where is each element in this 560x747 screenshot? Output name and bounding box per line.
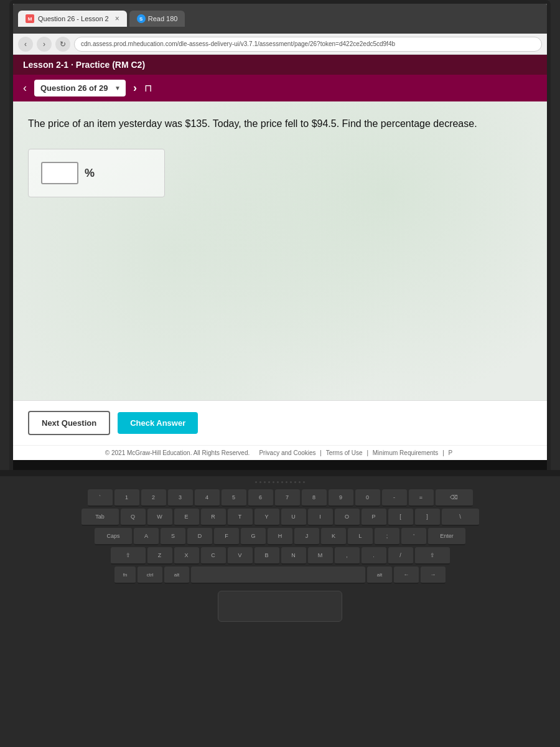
read180-favicon: S <box>137 14 146 23</box>
address-bar[interactable]: cdn.assess.prod.mheducation.com/dle-asse… <box>74 37 542 52</box>
answer-area: % <box>28 149 165 197</box>
question-body: The price of an item yesterday was $135.… <box>13 101 547 400</box>
key-b[interactable]: B <box>254 547 279 565</box>
laptop-body: ` 1 2 3 4 5 6 7 8 9 0 - = ⌫ Tab Q W E <box>0 476 560 651</box>
key-comma[interactable]: , <box>335 547 360 565</box>
key-backspace[interactable]: ⌫ <box>436 489 473 507</box>
question-dropdown-wrapper: Question 26 of 29 ▼ <box>34 80 126 96</box>
key-rbracket[interactable]: ] <box>415 509 440 526</box>
speaker-dot <box>277 481 279 483</box>
key-x[interactable]: X <box>174 547 199 565</box>
key-q[interactable]: Q <box>121 509 146 526</box>
key-c[interactable]: C <box>201 547 226 565</box>
key-9[interactable]: 9 <box>329 489 353 507</box>
address-bar-row: ‹ › ↻ cdn.assess.prod.mheducation.com/dl… <box>13 34 547 55</box>
lesson-header: Lesson 2-1 · Practice (RM C2) <box>13 55 547 75</box>
forward-nav-button[interactable]: › <box>37 37 52 52</box>
key-6[interactable]: 6 <box>248 489 273 507</box>
key-7[interactable]: 7 <box>275 489 300 507</box>
key-d[interactable]: D <box>187 528 212 545</box>
key-equals[interactable]: = <box>409 489 434 507</box>
key-alt[interactable]: alt <box>164 566 189 584</box>
key-alt-r[interactable]: alt <box>367 566 392 584</box>
speaker-dot <box>268 481 270 483</box>
trackpad[interactable] <box>218 591 342 622</box>
key-g[interactable]: G <box>241 528 266 545</box>
tab-close-button[interactable]: × <box>115 14 119 23</box>
key-v[interactable]: V <box>228 547 253 565</box>
key-m[interactable]: M <box>308 547 333 565</box>
speaker-dot <box>290 481 292 483</box>
key-j[interactable]: J <box>294 528 319 545</box>
speaker-dot <box>303 481 305 483</box>
screen-bottom-bezel <box>9 460 551 470</box>
key-y[interactable]: Y <box>254 509 279 526</box>
key-rshift[interactable]: ⇧ <box>415 547 450 565</box>
key-fn[interactable]: fn <box>114 566 136 584</box>
key-z[interactable]: Z <box>147 547 172 565</box>
requirements-link[interactable]: Minimum Requirements <box>373 449 439 456</box>
key-slash[interactable]: / <box>388 547 413 565</box>
key-u[interactable]: U <box>281 509 306 526</box>
key-lshift[interactable]: ⇧ <box>111 547 146 565</box>
extra-link[interactable]: P <box>449 449 453 456</box>
key-1[interactable]: 1 <box>114 489 139 507</box>
key-l[interactable]: L <box>348 528 373 545</box>
keyboard-row-5: fn ctrl alt alt ← → <box>42 566 518 584</box>
check-answer-button[interactable]: Check Answer <box>118 412 198 434</box>
key-a[interactable]: A <box>134 528 159 545</box>
key-space[interactable] <box>191 566 365 584</box>
key-quote[interactable]: ' <box>401 528 426 545</box>
percentage-input[interactable] <box>41 162 78 184</box>
key-semicolon[interactable]: ; <box>375 528 399 545</box>
question-dropdown[interactable]: Question 26 of 29 <box>34 80 126 96</box>
back-arrow-button[interactable]: ‹ <box>23 82 27 95</box>
key-e[interactable]: E <box>174 509 199 526</box>
keyboard-row-3: Caps A S D F G H J K L ; ' Enter <box>42 528 518 545</box>
key-p[interactable]: P <box>362 509 386 526</box>
key-backtick[interactable]: ` <box>88 489 113 507</box>
key-o[interactable]: O <box>335 509 360 526</box>
key-n[interactable]: N <box>281 547 306 565</box>
key-caps[interactable]: Caps <box>95 528 132 545</box>
url-text: cdn.assess.prod.mheducation.com/dle-asse… <box>81 40 395 47</box>
key-right-arrow[interactable]: → <box>421 566 446 584</box>
key-w[interactable]: W <box>147 509 172 526</box>
key-backslash[interactable]: \ <box>442 509 479 526</box>
key-k[interactable]: K <box>321 528 346 545</box>
next-question-button[interactable]: Next Question <box>28 411 110 435</box>
key-t[interactable]: T <box>228 509 253 526</box>
bookmark-icon[interactable]: ⊓ <box>144 82 152 94</box>
key-0[interactable]: 0 <box>355 489 380 507</box>
key-i[interactable]: I <box>308 509 333 526</box>
key-ctrl[interactable]: ctrl <box>138 566 162 584</box>
key-tab[interactable]: Tab <box>82 509 119 526</box>
key-left-arrow[interactable]: ← <box>394 566 419 584</box>
terms-link[interactable]: Terms of Use <box>326 449 363 456</box>
key-3[interactable]: 3 <box>168 489 193 507</box>
key-s[interactable]: S <box>161 528 185 545</box>
speaker-dot <box>294 481 296 483</box>
key-enter[interactable]: Enter <box>428 528 465 545</box>
next-question-arrow[interactable]: › <box>133 82 137 95</box>
key-8[interactable]: 8 <box>302 489 327 507</box>
key-r[interactable]: R <box>201 509 226 526</box>
key-h[interactable]: H <box>268 528 292 545</box>
key-period[interactable]: . <box>362 547 386 565</box>
privacy-link[interactable]: Privacy and Cookies <box>259 449 315 456</box>
keyboard-row-4: ⇧ Z X C V B N M , . / ⇧ <box>42 547 518 565</box>
question-nav-bar: ‹ Question 26 of 29 ▼ › ⊓ <box>13 75 547 101</box>
back-nav-button[interactable]: ‹ <box>18 37 33 52</box>
key-2[interactable]: 2 <box>141 489 166 507</box>
active-tab[interactable]: M Question 26 - Lesson 2 × <box>18 11 127 27</box>
key-minus[interactable]: - <box>382 489 407 507</box>
refresh-button[interactable]: ↻ <box>55 37 70 52</box>
speaker-dot <box>259 481 261 483</box>
read180-tab[interactable]: S Read 180 <box>129 11 185 27</box>
read180-tab-label: Read 180 <box>148 15 178 22</box>
key-f[interactable]: F <box>214 528 239 545</box>
key-4[interactable]: 4 <box>195 489 220 507</box>
tab-area: M Question 26 - Lesson 2 × S Read 180 <box>18 11 542 27</box>
key-5[interactable]: 5 <box>222 489 246 507</box>
key-lbracket[interactable]: [ <box>388 509 413 526</box>
